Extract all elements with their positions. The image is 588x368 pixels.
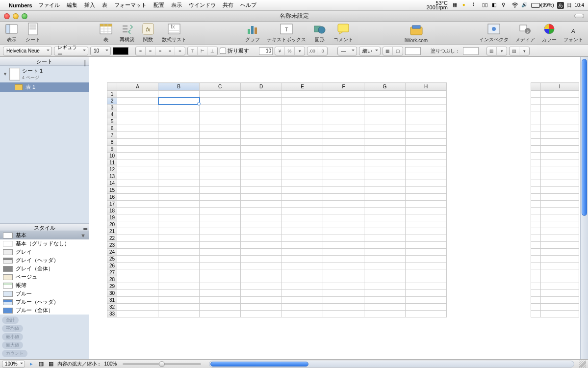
row-header[interactable]: 5 (107, 118, 117, 125)
cell[interactable] (323, 276, 364, 283)
cell[interactable] (241, 132, 282, 139)
column-header[interactable]: E (282, 83, 323, 91)
cell[interactable] (364, 166, 406, 173)
pill-count[interactable]: カウント (2, 350, 27, 357)
cell[interactable] (323, 263, 364, 269)
cell[interactable] (364, 208, 406, 214)
cell[interactable] (406, 221, 447, 228)
cell[interactable] (117, 221, 158, 228)
cell[interactable] (158, 228, 200, 235)
cell[interactable] (323, 125, 364, 132)
cell[interactable] (406, 153, 447, 159)
column-header[interactable]: I (541, 83, 579, 91)
cell[interactable] (117, 228, 158, 235)
cell[interactable] (364, 105, 406, 111)
cell[interactable] (541, 166, 579, 173)
cell[interactable] (323, 105, 364, 111)
table-item[interactable]: 表 1 (0, 82, 89, 92)
toolbar-font-button[interactable]: Aフォント (563, 22, 583, 43)
cell[interactable] (406, 208, 447, 214)
cell[interactable] (117, 91, 158, 98)
cell[interactable] (323, 118, 364, 125)
cell[interactable] (406, 105, 447, 111)
cell[interactable] (323, 235, 364, 242)
scale-slider[interactable] (123, 363, 201, 365)
cell[interactable] (541, 290, 579, 297)
pill-min[interactable]: 最小値 (2, 333, 23, 341)
cell[interactable] (158, 311, 200, 317)
cell[interactable] (323, 249, 364, 256)
cell[interactable] (117, 187, 158, 194)
cell[interactable] (406, 166, 447, 173)
cell[interactable] (323, 180, 364, 187)
cell[interactable] (158, 269, 200, 276)
row-header[interactable]: 23 (107, 242, 117, 249)
toolbar-shape-button[interactable]: 図形 (313, 22, 327, 43)
cell[interactable] (323, 242, 364, 249)
cell[interactable] (541, 276, 579, 283)
style-item[interactable]: ブルー（全体） (0, 306, 89, 315)
row-header[interactable]: 20 (107, 221, 117, 228)
row-header[interactable]: 19 (107, 214, 117, 221)
cell[interactable] (241, 208, 282, 214)
cell[interactable] (241, 111, 282, 118)
cell[interactable] (241, 290, 282, 297)
cell[interactable] (200, 201, 241, 208)
border-style-dropdown[interactable]: — (337, 47, 357, 55)
cell[interactable] (282, 304, 323, 311)
cell[interactable] (364, 228, 406, 235)
cell[interactable] (541, 228, 579, 235)
cell[interactable] (158, 283, 200, 290)
cell[interactable] (158, 98, 200, 105)
cell[interactable] (158, 111, 200, 118)
cell[interactable] (323, 153, 364, 159)
cell[interactable] (158, 173, 200, 180)
toolbar-reorganize-button[interactable]: 再構築 (120, 22, 134, 43)
cell[interactable] (241, 283, 282, 290)
cell[interactable] (282, 194, 323, 201)
row-header[interactable]: 18 (107, 208, 117, 214)
row-header[interactable]: 2 (107, 98, 117, 105)
row-header[interactable]: 25 (107, 256, 117, 263)
row-header[interactable]: 15 (107, 187, 117, 194)
row-header[interactable]: 14 (107, 180, 117, 187)
cell[interactable] (200, 290, 241, 297)
style-item[interactable]: ブルー（ヘッダ） (0, 298, 89, 306)
cell[interactable] (117, 290, 158, 297)
cell[interactable] (406, 242, 447, 249)
cell[interactable] (323, 221, 364, 228)
window-zoom-button[interactable] (22, 13, 27, 19)
cell[interactable] (158, 208, 200, 214)
cell[interactable] (200, 256, 241, 263)
cell[interactable] (117, 118, 158, 125)
cell[interactable] (241, 180, 282, 187)
cell[interactable] (241, 139, 282, 146)
cell[interactable] (406, 283, 447, 290)
row-header[interactable]: 27 (107, 269, 117, 276)
cell[interactable] (158, 242, 200, 249)
cell[interactable] (200, 269, 241, 276)
cell[interactable] (158, 201, 200, 208)
menu-window[interactable]: ウインドウ (189, 1, 216, 9)
cell[interactable] (200, 159, 241, 166)
cell[interactable] (541, 269, 579, 276)
cell[interactable] (117, 173, 158, 180)
cell[interactable] (117, 242, 158, 249)
cell[interactable] (364, 256, 406, 263)
cell[interactable] (541, 146, 579, 153)
row-header[interactable]: 10 (107, 153, 117, 159)
cell[interactable] (117, 256, 158, 263)
cell[interactable] (158, 214, 200, 221)
cell[interactable] (364, 118, 406, 125)
cell[interactable] (241, 276, 282, 283)
toolbar-inspector-button[interactable]: インスペクタ (479, 22, 509, 43)
menu-format[interactable]: フォーマット (114, 1, 147, 9)
cell[interactable] (406, 125, 447, 132)
cell[interactable] (117, 105, 158, 111)
cell[interactable] (364, 297, 406, 304)
cell[interactable] (158, 132, 200, 139)
cell[interactable] (406, 132, 447, 139)
cell[interactable] (541, 118, 579, 125)
cell[interactable] (158, 276, 200, 283)
style-item[interactable]: グレイ（ヘッダ） (0, 256, 89, 264)
